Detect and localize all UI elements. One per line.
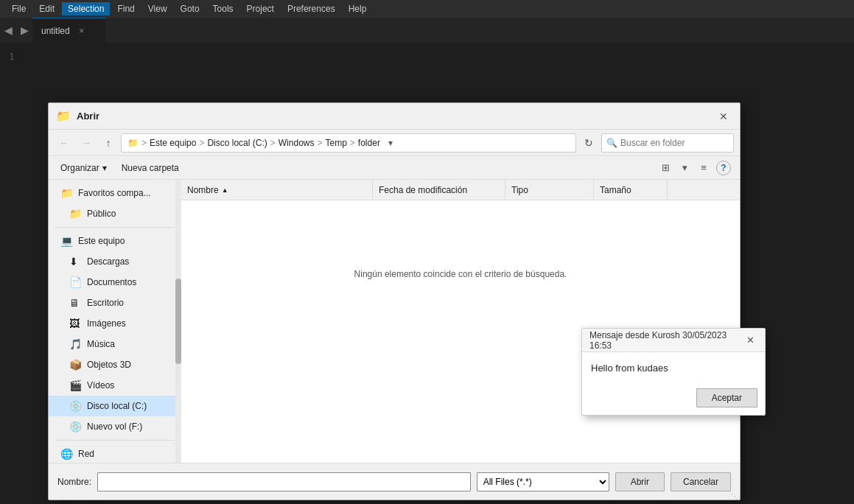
col-tamano-label: Tamaño	[600, 185, 631, 195]
descargas-label: Descargas	[87, 256, 129, 267]
path-part-3[interactable]: Temp	[326, 138, 347, 148]
menu-edit[interactable]: Edit	[33, 2, 60, 15]
sidebar-item-descargas[interactable]: ⬇ Descargas	[49, 251, 181, 272]
view-dropdown-btn[interactable]: ▾	[675, 158, 694, 178]
view-grid-btn[interactable]: ⊞	[656, 158, 675, 178]
sidebar-item-nuevo-vol[interactable]: 💿 Nuevo vol (F:)	[49, 416, 181, 437]
videos-label: Vídeos	[87, 380, 114, 391]
sidebar-scrollbar-thumb	[175, 279, 181, 363]
dialog-close-btn[interactable]: ✕	[715, 108, 732, 125]
col-tamano[interactable]: Tamaño	[594, 180, 668, 200]
sidebar-item-este-equipo[interactable]: 💻 Este equipo	[49, 231, 181, 251]
view-list-btn[interactable]: ≡	[694, 158, 713, 178]
dialog-title: Abrir	[77, 111, 709, 122]
forward-btn[interactable]: →	[77, 133, 96, 153]
resize-dots-icon: ⋱	[731, 492, 738, 500]
path-part-1[interactable]: Disco local (C:)	[207, 138, 267, 148]
menu-view[interactable]: View	[142, 2, 173, 15]
tab-nav-next[interactable]: ▶	[16, 18, 32, 43]
organize-btn[interactable]: Organizar ▾	[55, 159, 113, 177]
toast-ok-button[interactable]: Aceptar	[696, 388, 757, 407]
sidebar-item-documentos[interactable]: 📄 Documentos	[49, 272, 181, 293]
path-dropdown[interactable]: ▾	[383, 133, 398, 153]
search-icon: 🔍	[606, 138, 617, 148]
new-folder-btn[interactable]: Nueva carpeta	[116, 159, 185, 177]
col-fecha[interactable]: Fecha de modificación	[373, 180, 505, 200]
dialog-bottom: Nombre: All Files (*.*) Abrir Cancelar	[49, 463, 740, 500]
menu-file[interactable]: File	[6, 2, 32, 15]
descargas-icon: ⬇	[69, 256, 83, 267]
help-btn[interactable]: ?	[716, 161, 731, 175]
path-icon: 📁	[127, 138, 139, 148]
file-list[interactable]: Nombre ▲ Fecha de modificación Tipo Tama…	[181, 180, 740, 463]
resize-handle[interactable]: ⋱	[731, 491, 740, 500]
up-btn[interactable]: ↑	[99, 133, 118, 153]
menu-find[interactable]: Find	[111, 2, 140, 15]
toast-title: Mensaje desde Kurosh 30/05/2023 16:53	[589, 330, 740, 351]
sep-1: >	[199, 138, 204, 148]
notification-toast: Mensaje desde Kurosh 30/05/2023 16:53 ✕ …	[581, 328, 766, 416]
tab-nav-prev[interactable]: ◀	[0, 18, 16, 43]
menu-help[interactable]: Help	[343, 2, 373, 15]
sidebar-item-red[interactable]: 🌐 Red	[49, 444, 181, 463]
sidebar-item-musica[interactable]: 🎵 Música	[49, 334, 181, 354]
col-tipo[interactable]: Tipo	[505, 180, 594, 200]
nombre-input[interactable]	[97, 472, 471, 491]
documentos-icon: 📄	[69, 276, 83, 288]
filetype-select[interactable]: All Files (*.*)	[477, 472, 609, 491]
toast-body: Hello from kudaes	[582, 352, 765, 384]
sidebar-item-favoritos[interactable]: 📁 Favoritos compa...	[49, 183, 181, 203]
menu-tools[interactable]: Tools	[207, 2, 239, 15]
imagenes-icon: 🖼	[69, 318, 83, 329]
search-input[interactable]	[620, 138, 729, 148]
menu-project[interactable]: Project	[241, 2, 280, 15]
este-equipo-label: Este equipo	[78, 236, 125, 246]
path-part-0[interactable]: Este equipo	[150, 138, 196, 148]
abrir-button[interactable]: Abrir	[615, 472, 665, 491]
path-part-4[interactable]: folder	[358, 138, 380, 148]
sep-0: >	[141, 138, 147, 148]
sidebar-item-objetos3d[interactable]: 📦 Objetos 3D	[49, 354, 181, 375]
menu-goto[interactable]: Goto	[175, 2, 206, 15]
sidebar-sep-2	[55, 440, 175, 441]
sep-4: >	[350, 138, 355, 148]
sidebar-item-disco-local[interactable]: 💿 Disco local (C:)	[49, 396, 181, 416]
dialog-body: 📁 Favoritos compa... 📁 Público 💻 Este eq…	[49, 180, 740, 463]
sidebar-item-publico[interactable]: 📁 Público	[49, 203, 181, 224]
sidebar-scrollbar[interactable]	[175, 180, 181, 463]
sidebar-wrapper: 📁 Favoritos compa... 📁 Público 💻 Este eq…	[49, 180, 181, 463]
back-btn[interactable]: ←	[55, 133, 74, 153]
sidebar-item-videos[interactable]: 🎬 Vídeos	[49, 375, 181, 396]
col-tipo-label: Tipo	[511, 185, 528, 195]
cancelar-button[interactable]: Cancelar	[671, 472, 731, 491]
este-equipo-icon: 💻	[60, 235, 74, 247]
red-icon: 🌐	[60, 448, 74, 460]
disco-local-icon: 💿	[69, 400, 83, 412]
menu-preferences[interactable]: Preferences	[281, 2, 341, 15]
col-fecha-label: Fecha de modificación	[379, 185, 467, 195]
menu-selection[interactable]: Selection	[62, 2, 110, 15]
file-open-dialog: 📁 Abrir ✕ ← → ↑ 📁 > Este equipo > Disco …	[48, 102, 741, 500]
sidebar-item-escritorio[interactable]: 🖥 Escritorio	[49, 293, 181, 313]
tab-label: untitled	[41, 26, 70, 36]
tab-untitled[interactable]: untitled ×	[32, 18, 106, 43]
col-nombre[interactable]: Nombre ▲	[181, 180, 373, 200]
toast-message: Hello from kudaes	[591, 363, 668, 374]
toast-close-btn[interactable]: ✕	[743, 333, 757, 348]
address-bar: ← → ↑ 📁 > Este equipo > Disco local (C:)…	[49, 130, 740, 156]
editor-area[interactable]: 1 📁 Abrir ✕ ← → ↑ 📁 > Este equipo >	[0, 43, 854, 504]
refresh-btn[interactable]: ↻	[579, 133, 598, 153]
sidebar-item-imagenes[interactable]: 🖼 Imágenes	[49, 313, 181, 334]
new-folder-label: Nueva carpeta	[122, 163, 179, 173]
path-part-2[interactable]: Windows	[279, 138, 315, 148]
tab-bar: ◀ ▶ untitled ×	[0, 18, 854, 43]
address-path[interactable]: 📁 > Este equipo > Disco local (C:) > Win…	[121, 133, 576, 153]
toast-title-bar: Mensaje desde Kurosh 30/05/2023 16:53 ✕	[582, 329, 765, 352]
tab-close-btn[interactable]: ×	[76, 25, 88, 37]
nuevo-vol-icon: 💿	[69, 421, 83, 433]
favoritos-label: Favoritos compa...	[78, 188, 151, 198]
red-label: Red	[78, 449, 94, 459]
escritorio-label: Escritorio	[87, 298, 124, 308]
file-list-header: Nombre ▲ Fecha de modificación Tipo Tama…	[181, 180, 740, 200]
objetos3d-icon: 📦	[69, 359, 83, 371]
